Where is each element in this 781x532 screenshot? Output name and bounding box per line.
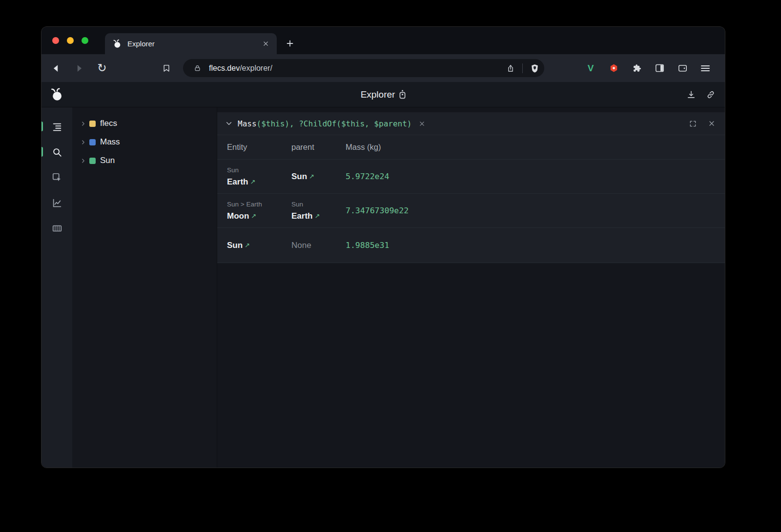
expand-icon[interactable]	[687, 118, 698, 129]
site-info-lock-button[interactable]	[190, 61, 204, 75]
entity-link[interactable]: Sun↗	[291, 170, 346, 183]
main-panel: Mass($this), ?ChildOf($this, $parent)	[217, 107, 725, 468]
back-button[interactable]	[48, 60, 64, 77]
entity-link[interactable]: Earth↗	[227, 176, 291, 188]
mass-value: 1.9885e31	[346, 228, 725, 263]
link-icon	[706, 90, 716, 100]
flecs-logo-icon	[50, 87, 65, 102]
parent-cell: None	[291, 228, 346, 263]
entity-cell: Sun Earth↗	[227, 160, 291, 193]
sidebar-toggle-button[interactable]	[651, 60, 668, 77]
table-row: Sun↗ None 1.9885e31	[217, 227, 725, 263]
browser-window: Explorer ↻	[41, 27, 725, 468]
sidebar-item-entity-tree[interactable]	[51, 121, 63, 133]
parent-cell: Sun↗	[291, 160, 346, 193]
hamburger-menu-icon	[701, 65, 710, 72]
puzzle-icon	[632, 63, 641, 73]
vue-devtools-extension-button[interactable]: V	[582, 60, 599, 77]
query-segment: Mass	[238, 119, 257, 128]
close-icon[interactable]	[706, 118, 717, 129]
query-expression[interactable]: Mass($this), ?ChildOf($this, $parent)	[238, 119, 411, 128]
share-button[interactable]	[504, 61, 517, 75]
url-domain: flecs.dev	[209, 64, 240, 72]
tab-close-icon[interactable]	[260, 39, 271, 49]
query-segment: ?ChildOf	[299, 119, 336, 128]
query-panel: Mass($this), ?ChildOf($this, $parent)	[217, 112, 725, 263]
active-indicator-tree	[41, 122, 43, 131]
entity-link[interactable]: Sun↗	[227, 239, 291, 252]
column-header-entity: Entity	[227, 143, 291, 152]
active-indicator-search	[41, 147, 43, 157]
external-link-icon: ↗	[251, 212, 256, 220]
entity-path: Sun	[291, 199, 346, 210]
external-link-icon: ↗	[309, 173, 314, 180]
tree-item-label: Sun	[100, 156, 115, 165]
query-header: Mass($this), ?ChildOf($this, $parent)	[217, 112, 725, 135]
url-bar[interactable]: flecs.dev/explorer/	[183, 59, 544, 77]
brave-shield-icon	[530, 63, 539, 73]
zoom-window-button[interactable]	[82, 37, 88, 44]
share-icon	[506, 64, 515, 73]
forward-button[interactable]	[71, 60, 87, 77]
page-title-text: Explorer	[361, 89, 395, 100]
share-link-button[interactable]	[704, 88, 717, 101]
chevron-right-icon[interactable]	[81, 140, 86, 145]
tab-title: Explorer	[127, 40, 260, 48]
bookmark-button[interactable]	[158, 60, 175, 77]
browser-menu-button[interactable]	[697, 60, 714, 77]
icon-sidebar	[41, 107, 72, 468]
chevron-right-icon[interactable]	[81, 158, 86, 164]
flecs-favicon-icon	[113, 39, 123, 49]
entity-cell: Sun > Earth Moon↗	[227, 194, 291, 227]
tree-item-mass[interactable]: Mass	[72, 133, 217, 151]
entity-color-swatch	[89, 139, 96, 145]
new-tab-button[interactable]	[284, 37, 296, 50]
table-row: Sun Earth↗ Sun↗ 5.9722e24	[217, 159, 725, 193]
entity-link[interactable]: Earth↗	[291, 210, 346, 223]
table-row: Sun > Earth Moon↗ Sun Earth↗ 7.34767309e…	[217, 193, 725, 227]
tree-item-flecs[interactable]: flecs	[72, 114, 217, 133]
reload-icon: ↻	[97, 62, 106, 74]
chevron-down-icon[interactable]	[226, 120, 232, 127]
mass-value: 5.9722e24	[346, 160, 725, 193]
url-path: /explorer/	[240, 64, 272, 72]
tree-item-label: flecs	[100, 119, 117, 128]
url-text[interactable]: flecs.dev/explorer/	[209, 64, 504, 73]
page-title: Explorer	[361, 89, 406, 100]
clear-query-icon[interactable]	[417, 119, 427, 128]
sidebar-icon	[655, 64, 664, 72]
app-header: Explorer	[41, 82, 725, 107]
close-window-button[interactable]	[52, 37, 59, 44]
sidebar-item-inspect[interactable]	[51, 171, 63, 184]
download-icon	[686, 90, 696, 100]
download-button[interactable]	[685, 88, 698, 101]
sidebar-item-statistics[interactable]	[51, 197, 63, 209]
minimize-window-button[interactable]	[67, 37, 74, 44]
sidebar-item-query-search[interactable]	[51, 146, 63, 159]
browser-navbar: ↻ flecs.dev/explorer/ V	[41, 54, 725, 82]
tree-item-sun[interactable]: Sun	[72, 151, 217, 170]
desktop-background: Explorer ↻	[0, 0, 781, 532]
reload-button[interactable]: ↻	[94, 60, 110, 77]
inspect-cursor-icon	[52, 172, 62, 183]
column-header-mass: Mass (kg)	[346, 143, 725, 152]
brave-shields-button[interactable]	[528, 61, 541, 75]
entity-color-swatch	[89, 121, 96, 127]
external-link-icon: ↗	[250, 178, 255, 185]
chevron-right-icon[interactable]	[81, 121, 86, 126]
chart-icon	[52, 198, 62, 208]
wallet-button[interactable]	[674, 60, 691, 77]
hexagon-extension-button[interactable]	[605, 60, 622, 77]
extensions-button[interactable]	[628, 60, 645, 77]
browser-tab[interactable]: Explorer	[105, 33, 277, 54]
query-segment: ($this),	[257, 119, 299, 128]
app-header-actions	[685, 88, 717, 101]
browser-titlebar: Explorer	[41, 27, 725, 54]
mass-value: 7.34767309e22	[346, 194, 725, 227]
sidebar-item-memory[interactable]	[51, 222, 63, 235]
entity-path: Sun > Earth	[227, 199, 291, 210]
url-divider	[522, 63, 523, 73]
remote-icon	[399, 90, 406, 99]
entity-link[interactable]: Moon↗	[227, 210, 291, 223]
entity-cell: Sun↗	[227, 228, 291, 263]
